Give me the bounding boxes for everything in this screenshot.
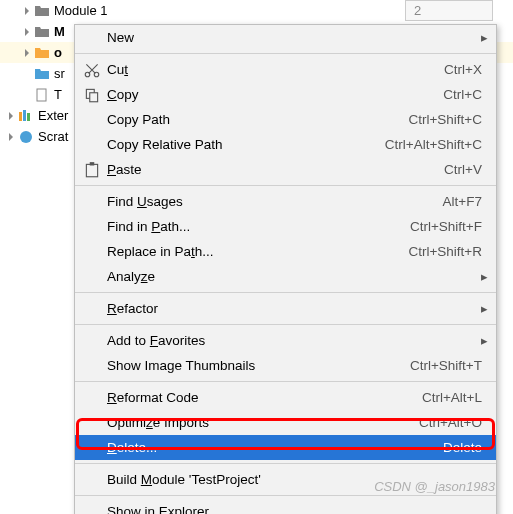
- menu-show-in-explorer[interactable]: Show in Explorer: [75, 499, 496, 514]
- menu-label: Find in Path...: [107, 219, 398, 234]
- svg-rect-8: [90, 92, 98, 101]
- svg-rect-10: [90, 162, 95, 165]
- menu-label: Copy Path: [107, 112, 396, 127]
- blank-icon: [83, 268, 101, 286]
- menu-optimize-imports[interactable]: Optimize Imports Ctrl+Alt+O: [75, 410, 496, 435]
- tree-label: M: [54, 24, 65, 39]
- menu-label: Add to Favorites: [107, 333, 482, 348]
- menu-shortcut: Ctrl+Shift+C: [408, 112, 482, 127]
- menu-cut[interactable]: Cut Ctrl+X: [75, 57, 496, 82]
- menu-build-module[interactable]: Build Module 'TestProject': [75, 467, 496, 492]
- blank-icon: [83, 332, 101, 350]
- chevron-right-icon: [6, 132, 16, 142]
- menu-label: Show Image Thumbnails: [107, 358, 398, 373]
- chevron-right-icon: [22, 6, 32, 16]
- menu-replace-in-path[interactable]: Replace in Path... Ctrl+Shift+R: [75, 239, 496, 264]
- menu-label: Paste: [107, 162, 432, 177]
- menu-separator: [75, 185, 496, 186]
- file-icon: [34, 87, 50, 103]
- chevron-right-icon: [22, 27, 32, 37]
- menu-copy-path[interactable]: Copy Path Ctrl+Shift+C: [75, 107, 496, 132]
- svg-rect-2: [23, 110, 26, 121]
- menu-find-usages[interactable]: Find Usages Alt+F7: [75, 189, 496, 214]
- menu-shortcut: Ctrl+V: [444, 162, 482, 177]
- folder-icon: [34, 66, 50, 82]
- menu-shortcut: Ctrl+Shift+R: [408, 244, 482, 259]
- menu-paste[interactable]: Paste Ctrl+V: [75, 157, 496, 182]
- blank-icon: [83, 29, 101, 47]
- chevron-right-icon: [6, 111, 16, 121]
- chevron-right-icon: ▸: [481, 333, 488, 348]
- menu-new[interactable]: New ▸: [75, 25, 496, 50]
- menu-separator: [75, 53, 496, 54]
- menu-label: Delete...: [107, 440, 431, 455]
- menu-shortcut: Ctrl+C: [443, 87, 482, 102]
- menu-shortcut: Delete: [443, 440, 482, 455]
- editor-gutter: 2: [405, 0, 493, 21]
- context-menu: New ▸ Cut Ctrl+X Copy Ctrl+C Copy Path C…: [74, 24, 497, 514]
- tree-label: sr: [54, 66, 65, 81]
- menu-favorites[interactable]: Add to Favorites ▸: [75, 328, 496, 353]
- menu-shortcut: Alt+F7: [443, 194, 482, 209]
- menu-shortcut: Ctrl+Alt+O: [419, 415, 482, 430]
- menu-refactor[interactable]: Refactor ▸: [75, 296, 496, 321]
- menu-separator: [75, 463, 496, 464]
- menu-label: Reformat Code: [107, 390, 410, 405]
- menu-label: Replace in Path...: [107, 244, 396, 259]
- blank-icon: [83, 300, 101, 318]
- menu-label: Copy Relative Path: [107, 137, 373, 152]
- menu-copy[interactable]: Copy Ctrl+C: [75, 82, 496, 107]
- svg-rect-1: [19, 112, 22, 121]
- blank-icon: [83, 414, 101, 432]
- blank-icon: [83, 218, 101, 236]
- chevron-right-icon: ▸: [481, 30, 488, 45]
- menu-shortcut: Ctrl+Shift+T: [410, 358, 482, 373]
- blank-icon: [83, 357, 101, 375]
- menu-separator: [75, 324, 496, 325]
- menu-delete[interactable]: Delete... Delete: [75, 435, 496, 460]
- menu-shortcut: Ctrl+Alt+L: [422, 390, 482, 405]
- tree-label: Scrat: [38, 129, 68, 144]
- tree-label: T: [54, 87, 62, 102]
- blank-icon: [83, 136, 101, 154]
- blank-icon: [83, 193, 101, 211]
- svg-rect-0: [37, 89, 46, 101]
- menu-label: Find Usages: [107, 194, 431, 209]
- menu-separator: [75, 381, 496, 382]
- tree-label: Exter: [38, 108, 68, 123]
- menu-reformat[interactable]: Reformat Code Ctrl+Alt+L: [75, 385, 496, 410]
- menu-thumbnails[interactable]: Show Image Thumbnails Ctrl+Shift+T: [75, 353, 496, 378]
- menu-label: Optimize Imports: [107, 415, 407, 430]
- blank-icon: [83, 439, 101, 457]
- menu-shortcut: Ctrl+Alt+Shift+C: [385, 137, 482, 152]
- chevron-right-icon: [22, 48, 32, 58]
- scratches-icon: [18, 129, 34, 145]
- folder-icon: [34, 24, 50, 40]
- library-icon: [18, 108, 34, 124]
- menu-label: Build Module 'TestProject': [107, 472, 482, 487]
- tree-label: o: [54, 45, 62, 60]
- scissors-icon: [83, 61, 101, 79]
- blank-icon: [83, 111, 101, 129]
- blank-icon: [83, 471, 101, 489]
- menu-shortcut: Ctrl+X: [444, 62, 482, 77]
- menu-label: Cut: [107, 62, 432, 77]
- blank-icon: [83, 503, 101, 515]
- menu-copy-relative-path[interactable]: Copy Relative Path Ctrl+Alt+Shift+C: [75, 132, 496, 157]
- clipboard-icon: [83, 161, 101, 179]
- menu-label: Refactor: [107, 301, 482, 316]
- svg-point-4: [20, 131, 32, 143]
- folder-icon: [34, 3, 50, 19]
- menu-separator: [75, 292, 496, 293]
- svg-rect-9: [86, 164, 97, 176]
- menu-analyze[interactable]: Analyze ▸: [75, 264, 496, 289]
- menu-label: New: [107, 30, 482, 45]
- line-number: 2: [414, 3, 421, 18]
- folder-icon: [34, 45, 50, 61]
- menu-label: Analyze: [107, 269, 482, 284]
- menu-shortcut: Ctrl+Shift+F: [410, 219, 482, 234]
- menu-find-in-path[interactable]: Find in Path... Ctrl+Shift+F: [75, 214, 496, 239]
- menu-separator: [75, 495, 496, 496]
- blank-icon: [83, 243, 101, 261]
- tree-label: Module 1: [54, 3, 107, 18]
